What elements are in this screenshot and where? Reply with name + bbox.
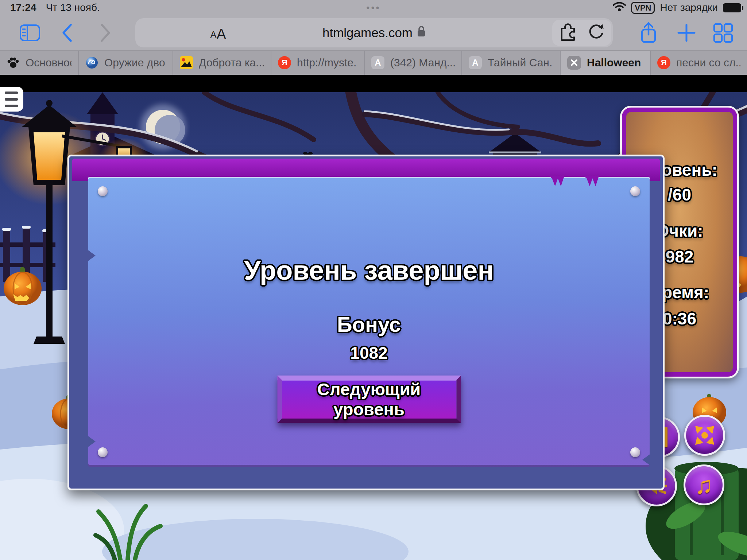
image-icon <box>180 56 193 69</box>
tab-halloween-active[interactable]: Halloween P... <box>561 51 651 75</box>
back-icon[interactable] <box>58 15 76 50</box>
level-complete-dialog: Уровень завершен Бонус 1082 Следующий ур… <box>67 155 665 490</box>
status-bar: 17:24 Чт 13 нояб. ••• VPN Нет зарядки <box>0 0 747 15</box>
dialog-title: Уровень завершен <box>88 255 650 286</box>
tab-pesni[interactable]: Я песни со сл... <box>651 51 747 75</box>
safari-toolbar: AA htmlgames.com <box>0 15 747 50</box>
bonus-label: Бонус <box>88 312 650 337</box>
edge-notch <box>88 436 96 447</box>
hamburger-bar <box>5 105 18 107</box>
tab-oruzhie[interactable]: Оружие дво... <box>79 51 173 75</box>
date: Чт 13 нояб. <box>46 2 100 13</box>
tab-osnovnoe[interactable]: Основное м... <box>0 51 79 75</box>
tab-myste[interactable]: Я http://myste... <box>271 51 365 75</box>
lock-icon <box>417 26 426 40</box>
fullscreen-icon <box>694 424 716 446</box>
vpn-badge: VPN <box>631 2 655 14</box>
music-button[interactable]: ♫ <box>684 464 724 505</box>
yandex-icon: Я <box>278 56 291 69</box>
next-level-button[interactable]: Следующий уровень <box>277 376 461 423</box>
hamburger-bar <box>5 92 18 94</box>
next-level-button-label: Следующий уровень <box>282 379 456 419</box>
tab-dobrota[interactable]: Доброта ка... <box>173 51 271 75</box>
rivet <box>98 447 108 457</box>
battery-status-text: Нет зарядки <box>660 2 718 13</box>
torn-notch <box>549 176 564 186</box>
rivet <box>630 186 640 196</box>
torn-notch <box>584 176 599 186</box>
tab-bar: Основное м... Оружие дво... Доброта ка..… <box>0 50 747 75</box>
extensions-puzzle-icon[interactable] <box>559 23 578 43</box>
share-icon[interactable] <box>638 15 659 50</box>
letter-a-icon: А <box>371 56 384 69</box>
new-tab-icon[interactable] <box>676 15 697 50</box>
tabs-grid-icon[interactable] <box>711 15 735 50</box>
tab-mand[interactable]: А (342) Манд... <box>365 51 462 75</box>
rivet <box>630 447 640 457</box>
url-text: htmlgames.com <box>322 26 413 40</box>
fullscreen-button[interactable] <box>684 415 725 456</box>
bonus-value: 1082 <box>88 343 650 363</box>
swirl-icon <box>85 56 98 69</box>
hamburger-menu-button[interactable] <box>0 87 23 112</box>
address-bar[interactable]: AA htmlgames.com <box>135 18 613 47</box>
battery-icon <box>723 3 741 12</box>
multitasking-dots-icon: ••• <box>366 2 380 13</box>
wifi-icon <box>613 1 626 14</box>
dialog-inner-panel: Уровень завершен Бонус 1082 Следующий ур… <box>88 177 650 467</box>
hamburger-bar <box>5 98 18 101</box>
close-icon[interactable] <box>567 56 581 70</box>
letter-a-icon: А <box>469 56 482 69</box>
tab-tainyi-san[interactable]: А Тайный Сан... <box>462 51 561 75</box>
music-note-icon: ♫ <box>695 471 713 499</box>
sidebar-toggle-icon[interactable] <box>18 15 42 50</box>
clock: 17:24 <box>10 2 36 13</box>
reload-icon[interactable] <box>587 23 605 42</box>
yandex-icon: Я <box>657 56 670 69</box>
rivet <box>98 186 108 196</box>
screen: 17:24 Чт 13 нояб. ••• VPN Нет зарядки <box>0 0 747 560</box>
forward-icon[interactable] <box>97 15 114 50</box>
paw-icon <box>7 56 20 69</box>
edge-notch <box>642 454 650 466</box>
game-viewport: Уровень: /60 Очки: 982 Время: 0:36 <box>0 75 747 560</box>
